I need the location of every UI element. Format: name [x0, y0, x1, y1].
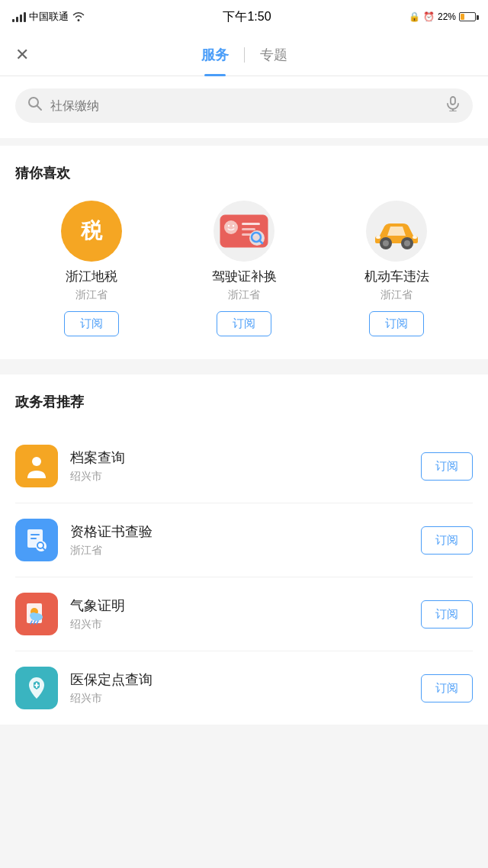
svg-rect-10	[242, 228, 255, 230]
carrier-label: 中国联通	[29, 10, 69, 24]
weather-icon	[15, 593, 58, 635]
cert-subtitle: 浙江省	[70, 544, 409, 558]
section-gap-1	[0, 138, 488, 146]
archive-icon	[15, 445, 58, 487]
list-item-weather: 气象证明 绍兴市 订阅	[15, 577, 473, 651]
cert-icon	[15, 519, 58, 561]
time-label: 下午1:50	[223, 9, 271, 25]
license-subtitle: 浙江省	[228, 288, 260, 302]
tax-subtitle: 浙江省	[75, 288, 108, 302]
weather-title: 气象证明	[70, 596, 409, 615]
svg-rect-9	[242, 223, 260, 225]
recommend-card-license: 驾驶证补换 浙江省 订阅	[175, 201, 313, 336]
archive-title: 档案查询	[70, 448, 409, 467]
gov-title: 政务君推荐	[15, 393, 473, 411]
cert-subscribe-button[interactable]: 订阅	[421, 526, 473, 555]
cert-title: 资格证书查验	[70, 522, 409, 541]
alarm-icon: ⏰	[423, 11, 435, 22]
wifi-icon	[72, 11, 85, 24]
mic-icon[interactable]	[445, 96, 461, 115]
svg-point-32	[30, 612, 37, 619]
recommend-card-tax: 税 浙江地税 浙江省 订阅	[23, 201, 160, 336]
tab-service[interactable]: 服务	[186, 34, 244, 76]
nav-bar: ✕ 服务 专题	[0, 34, 488, 76]
weather-subtitle: 绍兴市	[70, 618, 409, 632]
svg-point-6	[224, 220, 238, 234]
lock-icon: 🔒	[409, 11, 420, 22]
svg-rect-25	[30, 538, 37, 539]
battery-pct-label: 22%	[438, 11, 456, 22]
car-icon	[366, 201, 427, 262]
close-button[interactable]: ✕	[15, 47, 29, 63]
svg-point-16	[383, 240, 389, 246]
recommend-title: 猜你喜欢	[15, 164, 473, 182]
svg-rect-20	[413, 236, 417, 239]
car-subtitle: 浙江省	[380, 288, 413, 302]
svg-point-0	[29, 98, 38, 107]
signal-icon	[12, 11, 26, 22]
svg-point-7	[228, 225, 230, 227]
medical-subscribe-button[interactable]: 订阅	[421, 674, 473, 702]
medical-subtitle: 绍兴市	[70, 692, 409, 706]
gov-section: 政务君推荐 档案查询 绍兴市 订阅	[0, 375, 488, 725]
weather-text: 气象证明 绍兴市	[70, 596, 409, 632]
archive-subscribe-button[interactable]: 订阅	[421, 452, 473, 481]
list-item-medical: 医保定点查询 绍兴市 订阅	[15, 651, 473, 725]
weather-subscribe-button[interactable]: 订阅	[421, 600, 473, 628]
tax-title: 浙江地税	[66, 268, 117, 285]
section-gap-2	[0, 359, 488, 367]
cert-text: 资格证书查验 浙江省	[70, 522, 409, 558]
tab-special[interactable]: 专题	[245, 34, 303, 76]
medical-title: 医保定点查询	[70, 670, 409, 689]
medical-icon	[15, 667, 58, 709]
license-title: 驾驶证补换	[212, 268, 277, 285]
svg-rect-2	[451, 97, 455, 104]
search-box	[15, 88, 473, 123]
medical-text: 医保定点查询 绍兴市	[70, 670, 409, 706]
tax-subscribe-button[interactable]: 订阅	[64, 311, 119, 336]
archive-subtitle: 绍兴市	[70, 470, 409, 484]
svg-point-21	[32, 457, 41, 466]
search-icon	[27, 96, 43, 115]
svg-rect-19	[376, 236, 380, 239]
status-bar: 中国联通 下午1:50 🔒 ⏰ 22%	[0, 0, 488, 34]
svg-point-18	[404, 240, 410, 246]
svg-rect-24	[30, 534, 40, 535]
svg-point-8	[233, 225, 234, 227]
list-item-archive: 档案查询 绍兴市 订阅	[15, 429, 473, 503]
list-item-cert: 资格证书查验 浙江省 订阅	[15, 503, 473, 577]
recommend-cards: 税 浙江地税 浙江省 订阅	[15, 201, 473, 336]
license-icon	[214, 201, 274, 262]
car-subscribe-button[interactable]: 订阅	[369, 311, 424, 336]
status-right: 🔒 ⏰ 22%	[409, 11, 476, 22]
status-left: 中国联通	[12, 10, 85, 24]
search-section	[0, 76, 488, 138]
nav-tabs: 服务 专题	[186, 34, 303, 76]
car-title: 机动车违法	[364, 268, 429, 285]
tax-icon: 税	[61, 201, 122, 262]
svg-rect-37	[34, 685, 39, 686]
battery-icon	[459, 12, 476, 21]
svg-line-1	[37, 106, 41, 110]
recommend-section: 猜你喜欢 税 浙江地税 浙江省 订阅	[0, 146, 488, 359]
license-subscribe-button[interactable]: 订阅	[217, 311, 271, 336]
recommend-card-car: 机动车违法 浙江省 订阅	[328, 201, 465, 336]
archive-text: 档案查询 绍兴市	[70, 448, 409, 484]
search-input[interactable]	[50, 99, 438, 113]
